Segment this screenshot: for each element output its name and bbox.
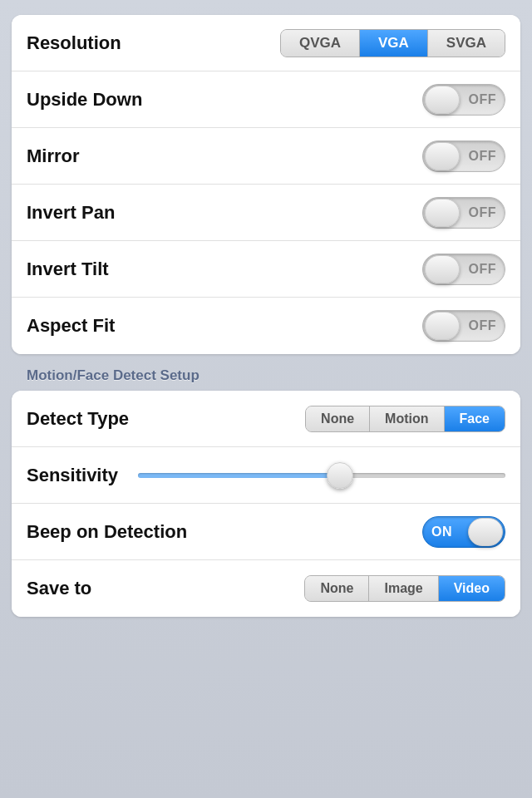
seg-svga[interactable]: SVGA [428,30,505,57]
invert-pan-row: Invert Pan OFF [12,185,520,241]
toggle-knob [425,199,460,227]
seg-save-none[interactable]: None [305,576,369,601]
seg-none[interactable]: None [306,406,370,431]
seg-save-video[interactable]: Video [439,576,505,601]
toggle-on-label: ON [431,525,452,539]
beep-detection-row: Beep on Detection ON [12,504,520,560]
save-to-segmented[interactable]: None Image Video [304,575,505,602]
beep-detection-label: Beep on Detection [27,521,187,543]
toggle-knob [425,142,460,170]
aspect-fit-label: Aspect Fit [27,315,115,337]
seg-face[interactable]: Face [445,406,505,431]
settings-card-1: Resolution QVGA VGA SVGA Upside Down OFF… [12,15,520,354]
mirror-toggle[interactable]: OFF [422,140,505,172]
toggle-off-label: OFF [469,262,497,277]
toggle-off-label: OFF [469,149,497,164]
toggle-off-label: OFF [469,318,497,333]
seg-qvga[interactable]: QVGA [281,30,360,57]
settings-card-2: Detect Type None Motion Face Sensitivity… [12,391,520,617]
invert-pan-toggle[interactable]: OFF [422,197,505,229]
upside-down-toggle[interactable]: OFF [422,84,505,116]
invert-tilt-label: Invert Tilt [27,259,109,280]
invert-tilt-row: Invert Tilt OFF [12,241,520,298]
aspect-fit-row: Aspect Fit OFF [12,298,520,354]
resolution-segmented[interactable]: QVGA VGA SVGA [280,29,505,57]
sensitivity-label: Sensitivity [27,465,118,486]
sensitivity-slider-track[interactable] [138,473,505,478]
sensitivity-row: Sensitivity [12,447,520,504]
seg-vga[interactable]: VGA [360,30,428,57]
toggle-knob [425,86,460,114]
section2-header: Motion/Face Detect Setup [12,354,520,391]
detect-type-label: Detect Type [27,408,129,430]
detect-type-row: Detect Type None Motion Face [12,391,520,447]
detect-type-segmented[interactable]: None Motion Face [305,406,505,432]
page-background: Resolution QVGA VGA SVGA Upside Down OFF… [0,0,532,798]
invert-pan-label: Invert Pan [27,202,115,224]
sensitivity-slider-thumb[interactable] [327,462,353,489]
save-to-row: Save to None Image Video [12,560,520,617]
resolution-label: Resolution [27,32,121,54]
seg-motion[interactable]: Motion [370,406,444,431]
sensitivity-slider-container[interactable] [138,473,505,478]
mirror-label: Mirror [27,145,80,167]
beep-detection-toggle[interactable]: ON [422,516,505,548]
toggle-off-label: OFF [469,92,497,107]
toggle-off-label: OFF [469,205,497,220]
mirror-row: Mirror OFF [12,128,520,185]
upside-down-label: Upside Down [27,89,142,111]
resolution-row: Resolution QVGA VGA SVGA [12,15,520,71]
upside-down-row: Upside Down OFF [12,71,520,128]
save-to-label: Save to [27,578,91,599]
toggle-knob [425,312,460,340]
toggle-knob [468,518,503,546]
toggle-knob [425,255,460,283]
seg-save-image[interactable]: Image [369,576,438,601]
invert-tilt-toggle[interactable]: OFF [422,254,505,285]
aspect-fit-toggle[interactable]: OFF [422,310,505,342]
